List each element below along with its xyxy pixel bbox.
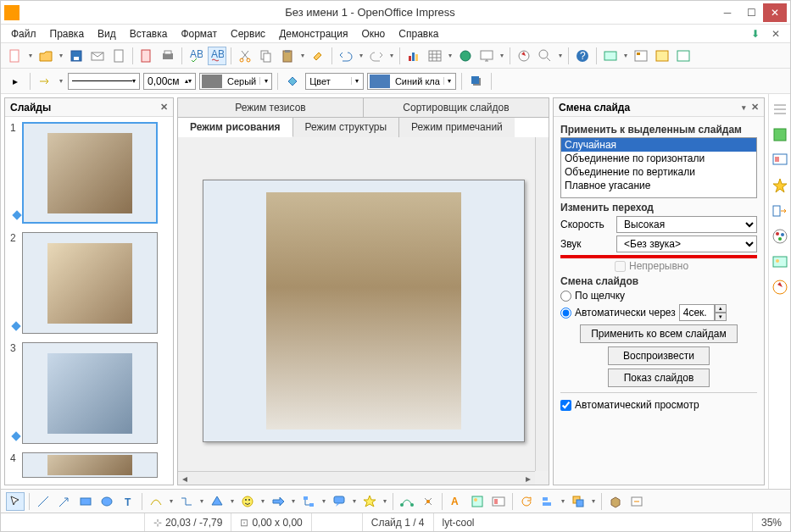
gallery-icon[interactable] (772, 253, 788, 270)
table-icon[interactable] (426, 47, 444, 65)
menu-help[interactable]: Справка (393, 26, 443, 42)
table-dropdown[interactable]: ▾ (447, 52, 454, 59)
apply-all-button[interactable]: Применить ко всем слайдам (580, 324, 738, 343)
transition-item[interactable]: Объединение по вертикали (561, 165, 756, 179)
select-tool-icon[interactable] (6, 492, 25, 511)
callout-dropdown[interactable]: ▾ (351, 497, 358, 505)
menubar-close-icon[interactable]: ✕ (766, 28, 785, 40)
slides-panel-close-icon[interactable]: ✕ (160, 102, 168, 113)
arrange-dropdown[interactable]: ▾ (590, 497, 597, 505)
export-pdf-icon[interactable] (137, 47, 156, 65)
canvas-area[interactable]: ◂▸ (177, 137, 549, 485)
presentation-icon[interactable] (477, 47, 496, 65)
chart-icon[interactable] (404, 47, 423, 65)
extrusion-icon[interactable] (606, 492, 625, 511)
line-color-select[interactable]: Серый▾ (199, 73, 272, 90)
rect-tool-icon[interactable] (76, 492, 95, 511)
tab-notes[interactable]: Режим примечаний (399, 118, 515, 137)
slide-canvas[interactable] (203, 180, 525, 442)
presentation-dropdown[interactable]: ▾ (499, 52, 505, 59)
autospell-icon[interactable]: ABC (208, 47, 226, 65)
curve-dropdown[interactable]: ▾ (168, 497, 175, 505)
glue-icon[interactable] (419, 492, 437, 511)
new-doc-dropdown[interactable]: ▾ (27, 52, 34, 59)
block-arrow-icon[interactable] (269, 492, 287, 511)
edit-doc-icon[interactable] (109, 47, 128, 65)
email-icon[interactable] (88, 47, 107, 65)
slides-list[interactable]: 1 2 3 4 (5, 117, 173, 485)
expand-icon[interactable]: ▸ (6, 72, 25, 91)
slide-thumbnail-1[interactable]: 1 (10, 122, 168, 224)
auto-after-input[interactable] (679, 304, 715, 321)
arrow-style-icon[interactable] (36, 72, 54, 91)
hyperlink-icon[interactable] (456, 47, 475, 65)
line-width-input[interactable]: 0,00см▴▾ (143, 73, 196, 90)
status-insert[interactable] (312, 513, 363, 531)
zoom-dropdown[interactable]: ▾ (557, 52, 564, 59)
cube-icon[interactable] (772, 126, 788, 143)
tab-structure[interactable]: Режим структуры (293, 118, 400, 137)
arrow-style-dropdown[interactable]: ▾ (58, 77, 64, 85)
nav-icon[interactable] (772, 279, 788, 296)
text-tool-icon[interactable]: T (119, 492, 137, 511)
star-dropdown[interactable]: ▾ (382, 497, 388, 505)
copy-icon[interactable] (257, 47, 276, 65)
open-icon[interactable] (36, 47, 55, 65)
fill-type-select[interactable]: Цвет▾ (305, 73, 364, 90)
from-file-icon[interactable] (468, 492, 487, 511)
align-dropdown[interactable]: ▾ (560, 497, 566, 505)
line-tool-icon[interactable] (34, 492, 53, 511)
status-zoom[interactable]: 35% (753, 513, 790, 531)
help-icon[interactable]: ? (573, 47, 592, 65)
fill-color-select[interactable]: Синий кла▾ (367, 73, 456, 90)
callout-icon[interactable] (330, 492, 348, 511)
on-click-radio[interactable] (560, 291, 571, 302)
line-style-select[interactable]: ▾ (68, 73, 140, 90)
arrow-tool-icon[interactable] (55, 492, 74, 511)
fontwork-icon[interactable]: A (447, 492, 465, 511)
menu-tools[interactable]: Сервис (226, 26, 270, 42)
transition-icon[interactable] (772, 202, 788, 219)
slide-thumbnail-2[interactable]: 2 (10, 232, 168, 334)
spinner-down[interactable]: ▾ (715, 313, 727, 321)
spinner-up[interactable]: ▴ (715, 304, 727, 313)
format-paint-icon[interactable] (309, 47, 327, 65)
task-menu-icon[interactable]: ▾ (742, 103, 746, 112)
align-icon[interactable] (538, 492, 557, 511)
slide-design-icon[interactable] (653, 47, 671, 65)
task-pane-close-icon[interactable]: ✕ (751, 102, 759, 113)
slide-thumbnail-4[interactable]: 4 (10, 452, 168, 478)
menu-slideshow[interactable]: Демонстрация (274, 26, 353, 42)
print-icon[interactable] (159, 47, 177, 65)
shadow-icon[interactable] (467, 72, 486, 91)
rotate-icon[interactable] (517, 492, 536, 511)
vertical-scrollbar[interactable] (535, 137, 549, 471)
gallery-tool-icon[interactable] (489, 492, 508, 511)
auto-after-radio[interactable] (560, 308, 571, 319)
maximize-button[interactable]: ☐ (739, 3, 763, 22)
zoom-icon[interactable] (536, 47, 554, 65)
download-icon[interactable]: ⬇ (748, 26, 763, 42)
layout-icon[interactable] (632, 47, 650, 65)
shapes-icon[interactable] (208, 492, 226, 511)
undo-icon[interactable] (337, 47, 355, 65)
menu-format[interactable]: Формат (175, 26, 222, 42)
speed-select[interactable]: Высокая (616, 216, 757, 233)
cut-icon[interactable] (236, 47, 254, 65)
close-button[interactable]: ✕ (763, 3, 787, 22)
open-dropdown[interactable]: ▾ (58, 52, 64, 59)
fill-icon[interactable] (283, 72, 302, 91)
transition-list[interactable]: Случайная Объединение по горизонтали Объ… (560, 137, 757, 198)
symbol-dropdown[interactable]: ▾ (259, 497, 266, 505)
paste-dropdown[interactable]: ▾ (299, 52, 306, 59)
slide-icon[interactable] (601, 47, 620, 65)
save-icon[interactable] (67, 47, 86, 65)
transition-item[interactable]: Объединение по горизонтали (561, 152, 756, 165)
menu-insert[interactable]: Вставка (125, 26, 173, 42)
ellipse-tool-icon[interactable] (97, 492, 116, 511)
master-pages-icon[interactable] (772, 152, 788, 169)
arrange-icon[interactable] (569, 492, 588, 511)
star-tool-icon[interactable] (360, 492, 379, 511)
connector-dropdown[interactable]: ▾ (198, 497, 205, 505)
menu-view[interactable]: Вид (92, 26, 121, 42)
